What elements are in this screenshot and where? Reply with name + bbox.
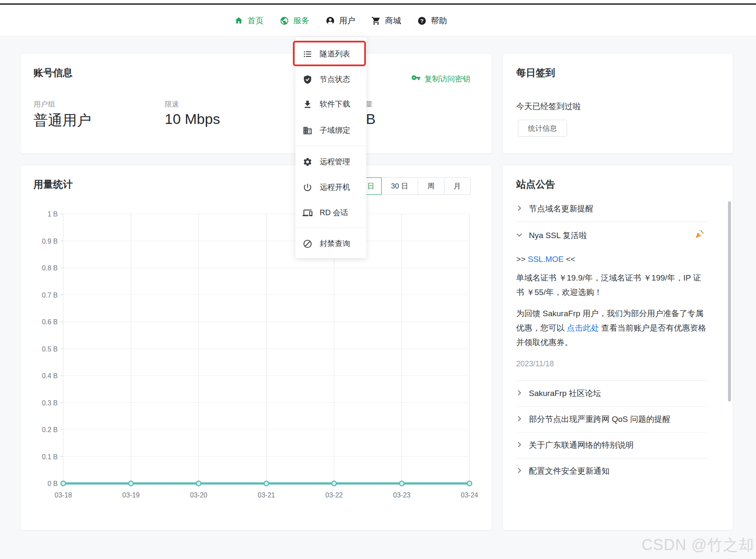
menu-item-label: 封禁查询 [320, 239, 350, 249]
chevron-right-icon [516, 204, 523, 213]
nav-item-label: 商城 [385, 15, 401, 26]
announcement-item[interactable]: 部分节点出现严重跨网 QoS 问题的提醒 [516, 407, 707, 432]
top-navbar: 首页 服务 用户 商城 ? [0, 5, 756, 37]
checkin-status-text: 今天已经签到过啦 [516, 101, 581, 112]
menu-item-node-status[interactable]: 节点状态 [295, 67, 366, 92]
svg-text:03-22: 03-22 [326, 492, 343, 499]
menu-item-remote-boot[interactable]: 远程开机 [295, 175, 366, 199]
devices-icon [303, 208, 312, 218]
svg-text:0 B: 0 B [48, 480, 58, 487]
checkin-card-title: 每日签到 [516, 66, 555, 79]
nav-item-shop[interactable]: 商城 [371, 15, 401, 26]
key-icon [411, 73, 421, 84]
announcement-item-title: Nya SSL 复活啦 [529, 230, 688, 241]
chevron-right-icon [516, 441, 523, 450]
field-label-speedlimit: 限速 [165, 99, 179, 109]
ban-icon [303, 239, 312, 249]
svg-text:0.7 B: 0.7 B [42, 292, 58, 299]
announcement-item-title: 部分节点出现严重跨网 QoS 问题的提醒 [529, 414, 707, 425]
globe-icon [280, 16, 289, 25]
announcement-item-title: 关于广东联通网络的特别说明 [529, 440, 707, 451]
copy-access-key-link[interactable]: 复制访问密钥 [411, 73, 470, 84]
cart-icon [371, 16, 381, 25]
menu-item-label: RD 会话 [320, 208, 348, 218]
menu-divider [295, 146, 366, 146]
watermark-text: CSDN @竹之却 [641, 535, 754, 556]
announcement-item[interactable]: 配置文件安全更新通知 [516, 458, 707, 484]
usage-line-chart: 0 B0.1 B0.2 B0.3 B0.4 B0.5 B0.6 B0.7 B0.… [21, 165, 492, 513]
announcement-item-expanded[interactable]: Nya SSL 复活啦 [516, 222, 707, 249]
field-value-traffic: B [366, 111, 376, 127]
announcement-paragraph-1: 单域名证书 ￥19.9/年，泛域名证书 ￥199/年，IP 证书 ￥55/年，欢… [516, 271, 707, 300]
nav-item-label: 用户 [339, 15, 355, 26]
menu-item-label: 远程管理 [320, 157, 350, 167]
announcement-item[interactable]: SakuraFrp 社区论坛 [516, 381, 707, 406]
svg-text:1 B: 1 B [48, 211, 58, 218]
svg-text:0.1 B: 0.1 B [42, 453, 58, 461]
click-here-link[interactable]: 点击此处 [567, 323, 599, 332]
announcement-body: >> SSL.MOE << 单域名证书 ￥19.9/年，泛域名证书 ￥199/年… [516, 249, 707, 380]
svg-text:0.2 B: 0.2 B [42, 426, 58, 433]
announcement-item[interactable]: 关于广东联通网络的特别说明 [516, 433, 707, 458]
svg-text:0.3 B: 0.3 B [42, 399, 58, 407]
announcement-paragraph-2: 为回馈 SakuraFrp 用户，我们为部分用户准备了专属优惠，您可以 点击此处… [516, 306, 707, 350]
svg-text:03-21: 03-21 [258, 492, 275, 499]
user-icon [326, 16, 335, 25]
daily-checkin-card: 每日签到 今天已经签到过啦 统计信息 [502, 53, 733, 154]
nav-item-label: 首页 [247, 15, 264, 26]
menu-item-rd-session[interactable]: RD 会话 [295, 200, 366, 225]
domain-icon [303, 126, 312, 135]
field-label-usergroup: 用户组 [34, 99, 55, 109]
nav-item-label: 帮助 [431, 15, 447, 26]
menu-item-software-download[interactable]: 软件下载 [295, 92, 366, 116]
nav-item-help[interactable]: ? 帮助 [417, 15, 447, 26]
shield-check-icon [303, 75, 312, 84]
chevron-right-icon [516, 415, 523, 424]
power-icon [303, 183, 312, 192]
red-highlight-box [293, 41, 366, 66]
usage-stats-card: 用量统计 日 30 日 周 月 0 B0.1 B0.2 B0.3 B0.4 B0… [20, 165, 492, 531]
account-info-card: 账号信息 复制访问密钥 用户组 普通用户 限速 10 Mbps 剩余流量 B [20, 53, 492, 154]
scrollbar-thumb[interactable] [728, 201, 731, 402]
svg-text:0.4 B: 0.4 B [42, 372, 58, 379]
nav-item-label: 服务 [293, 15, 309, 26]
nav-item-home[interactable]: 首页 [234, 15, 264, 26]
announcement-item[interactable]: 节点域名更新提醒 [516, 196, 707, 222]
svg-text:?: ? [420, 17, 424, 24]
svg-text:03-20: 03-20 [190, 492, 208, 499]
home-icon [234, 16, 243, 25]
menu-item-label: 节点状态 [320, 74, 350, 84]
field-value-speedlimit: 10 Mbps [165, 111, 220, 127]
ssl-moe-link[interactable]: SSL.MOE [528, 255, 563, 264]
svg-text:03-23: 03-23 [393, 492, 410, 499]
menu-item-label: 软件下载 [320, 99, 350, 109]
ssl-link-line: >> SSL.MOE << [516, 252, 707, 267]
nav-items: 首页 服务 用户 商城 ? [234, 5, 447, 37]
announcement-item-title: SakuraFrp 社区论坛 [529, 388, 707, 399]
help-icon: ? [417, 16, 427, 25]
svg-text:0.9 B: 0.9 B [42, 238, 58, 245]
chevron-down-icon [516, 231, 523, 240]
site-announcements-card: 站点公告 节点域名更新提醒 Nya SSL 复活啦 >> SSL.MOE << … [502, 165, 733, 531]
svg-text:0.6 B: 0.6 B [42, 318, 58, 326]
menu-item-ban-query[interactable]: 封禁查询 [295, 231, 366, 256]
announcement-item-title: 节点域名更新提醒 [529, 203, 707, 214]
chevron-right-icon [516, 466, 523, 476]
svg-text:0.5 B: 0.5 B [42, 346, 58, 353]
menu-item-label: 子域绑定 [320, 125, 350, 135]
nav-item-services[interactable]: 服务 [280, 15, 309, 26]
svg-text:0.8 B: 0.8 B [42, 264, 58, 272]
copy-access-key-label: 复制访问密钥 [424, 74, 470, 84]
download-icon [303, 99, 312, 109]
field-value-usergroup: 普通用户 [34, 111, 91, 130]
svg-text:03-24: 03-24 [461, 492, 478, 499]
account-card-title: 账号信息 [34, 66, 73, 79]
nav-item-user[interactable]: 用户 [326, 15, 355, 26]
statistics-button[interactable]: 统计信息 [518, 120, 567, 137]
menu-item-subdomain-binding[interactable]: 子域绑定 [295, 118, 366, 143]
svg-text:03-18: 03-18 [55, 492, 72, 499]
menu-item-remote-management[interactable]: 远程管理 [295, 149, 366, 174]
party-popper-icon [694, 229, 705, 242]
chevron-right-icon [516, 389, 523, 398]
announcement-date: 2023/11/18 [516, 357, 707, 371]
